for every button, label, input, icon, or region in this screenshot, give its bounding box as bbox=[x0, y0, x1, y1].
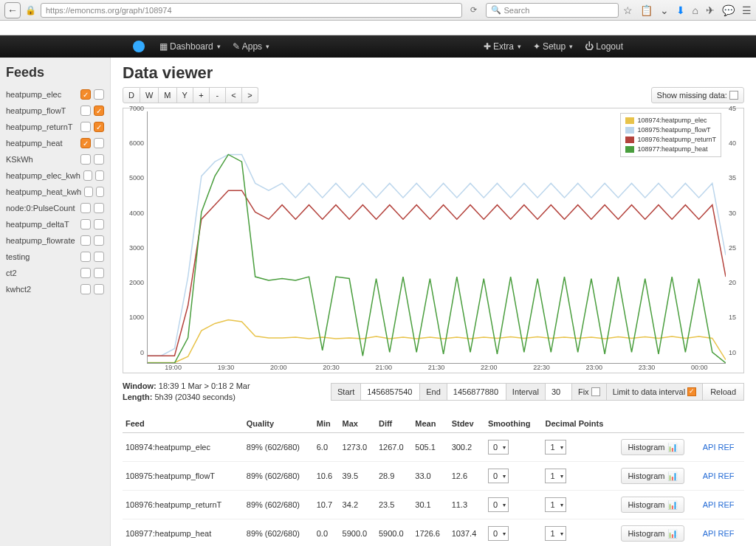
api-ref-link[interactable]: API REF bbox=[703, 529, 735, 538]
feed-left-checkbox[interactable] bbox=[80, 268, 91, 278]
feed-row[interactable]: heatpump_elec bbox=[6, 86, 104, 103]
nav-apps[interactable]: ✎Apps bbox=[233, 41, 269, 52]
nav-setup[interactable]: ✦Setup bbox=[533, 41, 573, 52]
chat-icon[interactable]: 💬 bbox=[722, 4, 735, 16]
col-header: Mean bbox=[412, 415, 448, 433]
dp-select[interactable]: 1 bbox=[545, 497, 566, 512]
feed-left-checkbox[interactable] bbox=[80, 138, 91, 148]
range-M-button[interactable]: M bbox=[159, 87, 176, 103]
histogram-button[interactable]: Histogram 📊 bbox=[621, 497, 684, 513]
feed-right-checkbox[interactable] bbox=[94, 252, 104, 262]
feed-right-checkbox[interactable] bbox=[94, 219, 104, 229]
feed-left-checkbox[interactable] bbox=[80, 284, 91, 294]
show-missing-toggle[interactable]: Show missing data: bbox=[651, 87, 744, 103]
feed-row[interactable]: node:0:PulseCount bbox=[6, 200, 104, 216]
feed-right-checkbox[interactable] bbox=[94, 106, 104, 116]
app-navbar: ▦Dashboard ✎Apps ✚Extra ✦Setup ⏻Logout bbox=[0, 35, 756, 58]
browser-chrome: ← 🔒 https://emoncms.org/graph/108974 ⟳ 🔍… bbox=[0, 0, 756, 21]
range-+-button[interactable]: + bbox=[193, 87, 210, 103]
chart[interactable]: 01000200030004000500060007000 1015202530… bbox=[123, 108, 744, 373]
feed-right-checkbox[interactable] bbox=[94, 268, 104, 278]
dp-select[interactable]: 1 bbox=[545, 526, 566, 541]
end-input[interactable]: 1456877880 bbox=[447, 383, 506, 401]
api-ref-link[interactable]: API REF bbox=[703, 500, 735, 509]
feed-name: ct2 bbox=[6, 269, 78, 277]
feed-left-checkbox[interactable] bbox=[80, 122, 91, 132]
range-D-button[interactable]: D bbox=[123, 87, 140, 103]
smoothing-select[interactable]: 0 bbox=[488, 440, 509, 455]
col-header: Quality bbox=[244, 415, 314, 433]
feed-row[interactable]: heatpump_heat_kwh bbox=[6, 184, 104, 200]
dp-select[interactable]: 1 bbox=[545, 440, 566, 455]
feed-row[interactable]: testing bbox=[6, 249, 104, 265]
api-ref-link[interactable]: API REF bbox=[703, 471, 735, 480]
dp-select[interactable]: 1 bbox=[545, 469, 566, 483]
feed-right-checkbox[interactable] bbox=[94, 122, 104, 132]
feed-right-checkbox[interactable] bbox=[94, 203, 104, 213]
start-input[interactable]: 1456857540 bbox=[361, 383, 420, 401]
feed-right-checkbox[interactable] bbox=[94, 89, 104, 100]
feed-row[interactable]: heatpump_elec_kwh bbox=[6, 167, 104, 184]
menu-icon[interactable]: ☰ bbox=[742, 4, 752, 16]
smoothing-select[interactable]: 0 bbox=[488, 526, 509, 541]
feed-right-checkbox[interactable] bbox=[94, 284, 104, 294]
fix-checkbox[interactable] bbox=[591, 387, 600, 396]
smoothing-select[interactable]: 0 bbox=[488, 497, 509, 512]
feed-row[interactable]: heatpump_returnT bbox=[6, 119, 104, 135]
feed-left-checkbox[interactable] bbox=[80, 219, 91, 229]
download-icon[interactable]: ⬇ bbox=[676, 4, 685, 16]
brand-logo[interactable] bbox=[133, 41, 145, 52]
nav-dashboard[interactable]: ▦Dashboard bbox=[159, 41, 221, 52]
feed-right-checkbox[interactable] bbox=[94, 235, 104, 246]
feed-left-checkbox[interactable] bbox=[83, 170, 92, 181]
feed-name: heatpump_flowrate bbox=[6, 236, 78, 245]
feed-left-checkbox[interactable] bbox=[80, 89, 91, 100]
limit-checkbox[interactable] bbox=[687, 387, 696, 396]
nav-extra[interactable]: ✚Extra bbox=[484, 41, 521, 52]
send-icon[interactable]: ✈ bbox=[706, 4, 715, 16]
browser-search[interactable]: 🔍 Search bbox=[486, 3, 619, 18]
feed-left-checkbox[interactable] bbox=[80, 252, 91, 262]
histogram-button[interactable]: Histogram 📊 bbox=[621, 439, 684, 455]
feed-name: KSkWh bbox=[6, 155, 78, 164]
sidebar-title: Feeds bbox=[6, 65, 104, 80]
feed-left-checkbox[interactable] bbox=[80, 154, 91, 165]
feed-right-checkbox[interactable] bbox=[95, 170, 104, 181]
nav-logout[interactable]: ⏻Logout bbox=[585, 41, 623, 52]
range-<-button[interactable]: < bbox=[226, 87, 242, 103]
feed-row[interactable]: heatpump_flowrate bbox=[6, 232, 104, 249]
feed-row[interactable]: ct2 bbox=[6, 265, 104, 281]
feed-left-checkbox[interactable] bbox=[80, 235, 91, 246]
histogram-button[interactable]: Histogram 📊 bbox=[621, 468, 684, 484]
range---button[interactable]: - bbox=[210, 87, 226, 103]
feed-row[interactable]: KSkWh bbox=[6, 151, 104, 167]
interval-input[interactable]: 30 bbox=[546, 383, 572, 401]
feed-left-checkbox[interactable] bbox=[84, 187, 92, 197]
feed-right-checkbox[interactable] bbox=[96, 187, 104, 197]
window-info: Window: 18:39 1 Mar > 0:18 2 Mar Length:… bbox=[123, 381, 250, 403]
home-icon[interactable]: ⌂ bbox=[693, 4, 698, 16]
chart-legend: 108974:heatpump_elec108975:heatpump_flow… bbox=[620, 113, 721, 157]
histogram-button[interactable]: Histogram 📊 bbox=[621, 525, 684, 542]
api-ref-link[interactable]: API REF bbox=[703, 443, 735, 452]
range-W-button[interactable]: W bbox=[140, 87, 159, 103]
smoothing-select[interactable]: 0 bbox=[488, 469, 509, 483]
feed-left-checkbox[interactable] bbox=[80, 203, 91, 213]
range->-button[interactable]: > bbox=[242, 87, 258, 103]
star-icon[interactable]: ☆ bbox=[623, 4, 633, 16]
feed-row[interactable]: heatpump_heat bbox=[6, 135, 104, 151]
feed-row[interactable]: kwhct2 bbox=[6, 281, 104, 297]
reload-icon[interactable]: ⟳ bbox=[467, 5, 481, 15]
url-bar[interactable]: https://emoncms.org/graph/108974 bbox=[41, 3, 462, 18]
feed-right-checkbox[interactable] bbox=[94, 138, 104, 148]
pocket-icon[interactable]: ⌄ bbox=[660, 4, 669, 16]
feed-right-checkbox[interactable] bbox=[94, 154, 104, 165]
library-icon[interactable]: 📋 bbox=[640, 4, 653, 16]
range-Y-button[interactable]: Y bbox=[177, 87, 193, 103]
back-button[interactable]: ← bbox=[4, 2, 21, 18]
show-missing-checkbox[interactable] bbox=[729, 91, 738, 100]
feed-row[interactable]: heatpump_deltaT bbox=[6, 216, 104, 232]
reload-button[interactable]: Reload bbox=[703, 383, 744, 401]
feed-left-checkbox[interactable] bbox=[80, 106, 91, 116]
feed-row[interactable]: heatpump_flowT bbox=[6, 103, 104, 119]
